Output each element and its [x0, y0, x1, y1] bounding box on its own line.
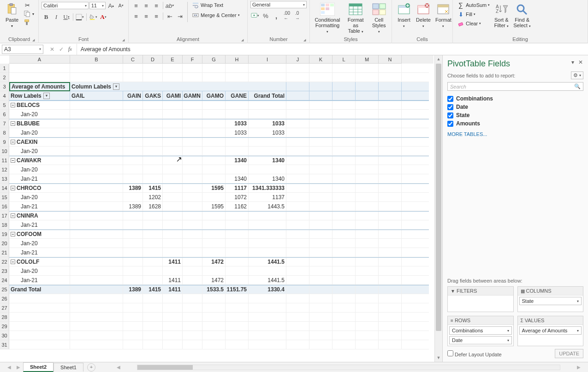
cell[interactable]: [286, 64, 309, 72]
cell[interactable]: [333, 193, 356, 201]
row-header-11[interactable]: 11: [0, 156, 9, 165]
pivot-value[interactable]: 1443.5: [249, 202, 286, 211]
cell[interactable]: [286, 303, 309, 312]
row-header-8[interactable]: 8: [0, 128, 9, 137]
cell[interactable]: [356, 119, 379, 128]
cell[interactable]: [143, 322, 163, 331]
fill-button[interactable]: ⬇Fill ▾: [456, 10, 491, 18]
table-row[interactable]: −COLOLF141114721441.5: [9, 257, 429, 266]
rows-area[interactable]: ≡ ROWS Combinations▾Date▾: [447, 316, 514, 346]
pivot-value[interactable]: 1162: [226, 202, 249, 211]
pivot-value[interactable]: 1411: [163, 285, 183, 294]
cell[interactable]: [286, 184, 309, 192]
cell[interactable]: [309, 258, 333, 266]
cell[interactable]: [356, 138, 379, 146]
cell[interactable]: [356, 285, 379, 294]
cell[interactable]: [356, 230, 379, 238]
cell[interactable]: [379, 230, 402, 238]
cell[interactable]: [286, 220, 309, 229]
cell[interactable]: [379, 165, 402, 174]
pivot-row-label[interactable]: Jan-21: [9, 202, 70, 211]
table-row[interactable]: [9, 313, 429, 322]
row-header-12[interactable]: 12: [0, 165, 9, 174]
pivot-value[interactable]: [123, 266, 143, 275]
pivot-col-GAIN[interactable]: GAIN: [123, 91, 143, 100]
pivot-value[interactable]: [70, 119, 123, 128]
sort-filter-button[interactable]: AZSort &Filter ▾: [492, 1, 511, 30]
cell[interactable]: [249, 294, 286, 303]
pivot-value[interactable]: [70, 174, 123, 183]
font-color-button[interactable]: A▾: [99, 12, 108, 22]
pivot-value[interactable]: [143, 128, 163, 137]
col-header-F[interactable]: F: [183, 55, 202, 64]
pivot-value[interactable]: [226, 266, 249, 275]
cell[interactable]: [70, 64, 123, 72]
cell[interactable]: [379, 340, 402, 349]
row-header-20[interactable]: 20: [0, 239, 9, 248]
pivot-value[interactable]: 1033: [249, 119, 286, 128]
pivot-row-label[interactable]: Jan-21: [9, 220, 70, 229]
col-header-A[interactable]: A: [9, 55, 70, 64]
pivot-row-label[interactable]: Jan-20: [9, 165, 70, 174]
cell[interactable]: [309, 331, 333, 340]
pivot-value[interactable]: [226, 239, 249, 248]
field-checkbox[interactable]: [447, 96, 453, 102]
cell[interactable]: [356, 212, 379, 220]
cell[interactable]: [249, 313, 286, 321]
hscroll-thumb[interactable]: [137, 365, 193, 370]
cell[interactable]: [309, 184, 333, 192]
insert-button[interactable]: Insert▾: [395, 1, 413, 30]
pivot-value[interactable]: [70, 258, 123, 266]
copy-button[interactable]: ▾: [22, 10, 36, 18]
row-header-31[interactable]: 31: [0, 340, 9, 349]
col-header-G[interactable]: G: [202, 55, 226, 64]
cell[interactable]: [333, 303, 356, 312]
collapse-icon[interactable]: −: [11, 232, 15, 236]
more-tables-link[interactable]: MORE TABLES...: [447, 131, 583, 137]
column-labels-header[interactable]: Column Labels▾: [70, 82, 286, 91]
cell[interactable]: [309, 138, 333, 146]
italic-button[interactable]: I: [52, 12, 61, 22]
pivot-value[interactable]: [226, 212, 249, 220]
pivot-value[interactable]: [249, 266, 286, 275]
cell[interactable]: [309, 156, 333, 165]
pivot-description[interactable]: Average of Amounts: [9, 82, 70, 91]
cell[interactable]: [333, 91, 356, 100]
cell[interactable]: [333, 101, 356, 109]
pivot-group[interactable]: −CNINRA: [9, 212, 70, 220]
underline-button[interactable]: U▾: [62, 12, 71, 22]
pivot-value[interactable]: [163, 202, 183, 211]
cell[interactable]: [379, 294, 402, 303]
cell[interactable]: [309, 73, 333, 82]
cell[interactable]: [226, 331, 249, 340]
pivot-value[interactable]: 1151.75: [226, 285, 249, 294]
cell[interactable]: [226, 313, 249, 321]
cell[interactable]: [226, 64, 249, 72]
cell[interactable]: [123, 322, 143, 331]
cell[interactable]: [163, 331, 183, 340]
cell[interactable]: [379, 138, 402, 146]
cell[interactable]: [379, 220, 402, 229]
update-button[interactable]: UPDATE: [555, 349, 583, 358]
cell[interactable]: [356, 258, 379, 266]
cell[interactable]: [309, 266, 333, 275]
pivot-value[interactable]: [183, 220, 202, 229]
autosum-button[interactable]: ∑AutoSum ▾: [456, 1, 491, 9]
pivot-group[interactable]: −CAWAKR: [9, 156, 70, 165]
cell[interactable]: [379, 285, 402, 294]
cell[interactable]: [333, 156, 356, 165]
cell[interactable]: [309, 230, 333, 238]
pivot-value[interactable]: [226, 220, 249, 229]
pivot-value[interactable]: [163, 119, 183, 128]
pivot-value[interactable]: [70, 220, 123, 229]
cell[interactable]: [286, 119, 309, 128]
cell[interactable]: [183, 303, 202, 312]
column-filter-icon[interactable]: ▾: [113, 83, 119, 90]
pivot-value[interactable]: [183, 147, 202, 155]
cell[interactable]: [333, 313, 356, 321]
fx-icon[interactable]: fx: [68, 46, 72, 53]
sheet-nav-next-icon[interactable]: ▶: [14, 365, 23, 370]
pivot-value[interactable]: 1117: [226, 184, 249, 192]
table-row[interactable]: −CHROCO13891415159511171341.333333: [9, 183, 429, 193]
cell[interactable]: [9, 340, 70, 349]
